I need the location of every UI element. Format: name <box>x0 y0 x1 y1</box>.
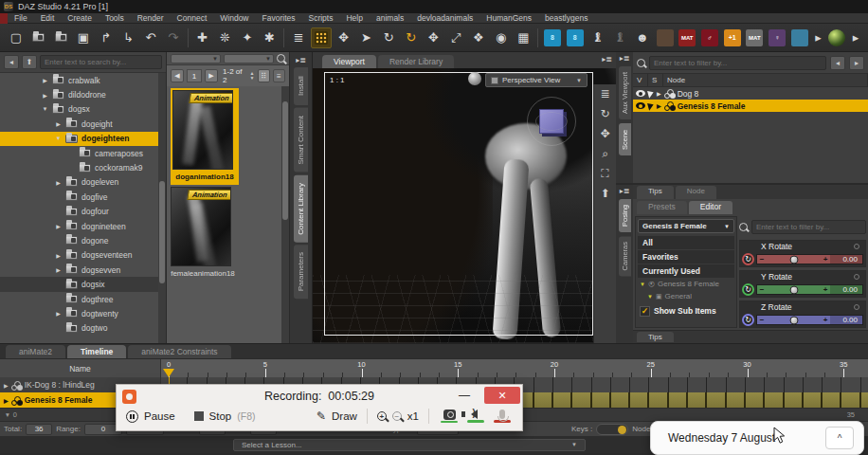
genesis8-blue-icon[interactable]: 8 <box>542 27 563 48</box>
expander-icon[interactable]: ▶ <box>55 179 62 186</box>
rotate-icon[interactable]: ↻ <box>742 283 754 296</box>
slider-value[interactable]: 0.00 <box>830 255 862 264</box>
tab-presets[interactable]: Presets <box>637 201 687 214</box>
new-null-icon[interactable]: ✱ <box>260 27 280 48</box>
mat-copy-red-icon[interactable]: MAT <box>677 27 697 48</box>
expander-icon[interactable]: ▶ <box>42 77 48 83</box>
scene-pane-menu-icon[interactable]: ▸≣ <box>620 54 630 63</box>
stop-icon[interactable] <box>194 411 204 421</box>
figure-dropdown[interactable]: Genesis 8 Female▼ <box>638 219 734 233</box>
plus-one-icon[interactable]: +1 <box>722 27 743 48</box>
page-number[interactable]: 1 <box>187 69 202 82</box>
stop-button[interactable]: Stop <box>209 410 232 422</box>
figure-b-icon[interactable]: 🨅 <box>609 27 630 48</box>
checkbox-checked-icon[interactable]: ✓ <box>640 306 650 317</box>
tree-item-dognineteen[interactable]: ▶dognineteen <box>0 219 158 233</box>
scene-filter-input[interactable] <box>649 56 826 70</box>
save-icon[interactable]: ▣ <box>73 27 94 48</box>
tree-item-cameraposes[interactable]: cameraposes <box>0 146 158 160</box>
back-button[interactable]: ◂ <box>4 55 19 69</box>
render-camera-icon[interactable]: ▦ <box>513 27 533 48</box>
expander-icon[interactable]: ▶ <box>55 120 62 127</box>
side-tab-scene[interactable]: Scene <box>619 123 631 155</box>
filter-dropdown-1[interactable]: ▼ <box>171 54 221 64</box>
expander-icon[interactable]: ▼ <box>640 282 645 287</box>
show-sub-items-row[interactable]: ✓ Show Sub Items <box>636 304 736 318</box>
tab-tips-bottom[interactable]: Tips <box>637 332 674 342</box>
menu-animals[interactable]: animals <box>370 13 410 24</box>
zoom-icon[interactable]: ⌕ <box>602 148 608 159</box>
slider-rail[interactable] <box>767 255 821 264</box>
expander-icon[interactable]: ▶ <box>657 90 661 97</box>
grid-tool-icon[interactable] <box>311 27 332 48</box>
list-view-toggle[interactable]: ≡ <box>273 69 285 82</box>
menu-connect[interactable]: Connect <box>171 13 214 24</box>
up-level-button[interactable]: ⬆ <box>22 55 37 69</box>
tree-item-crabwalk[interactable]: ▶crabwalk <box>0 73 158 87</box>
zoom-out-icon[interactable]: − <box>392 411 402 421</box>
overflow-arrow2-icon[interactable]: ▸ <box>849 27 862 48</box>
draw-button[interactable]: Draw <box>332 410 357 422</box>
undo-icon[interactable]: ↶ <box>140 27 161 48</box>
tree-item-dogtwenty[interactable]: ▶dogtwenty <box>0 306 158 320</box>
new-camera-icon[interactable]: ✚ <box>192 27 213 48</box>
menu-file[interactable]: File <box>8 13 34 24</box>
pane-menu-icon[interactable]: ≣ <box>600 88 609 100</box>
zoom-in-icon[interactable]: + <box>377 411 387 421</box>
menu-render[interactable]: Render <box>131 13 171 24</box>
selectable-cursor-icon[interactable] <box>647 89 655 98</box>
tree-item-dildodrone[interactable]: ▶dildodrone <box>0 87 158 101</box>
grid-view-toggle[interactable]: ⠿ <box>258 69 270 82</box>
expander-icon[interactable]: ▶ <box>55 223 62 229</box>
new-file-icon[interactable]: ▢ <box>6 27 27 48</box>
scene-node-dog-8[interactable]: ▶Dog 8 <box>633 87 868 100</box>
tab-animate2[interactable]: aniMate2 <box>6 345 65 358</box>
decrement-icon[interactable]: − <box>757 316 767 324</box>
menu-favorites[interactable]: Favorites <box>256 13 302 24</box>
tab-editor[interactable]: Editor <box>689 201 732 214</box>
slider-rail[interactable] <box>767 285 821 294</box>
slider-rail[interactable] <box>767 316 821 324</box>
timeline-ruler[interactable]: 05101520253035 <box>161 359 868 377</box>
slider-track[interactable]: −+0.00 <box>756 254 863 264</box>
visibility-eye-icon[interactable] <box>636 102 645 109</box>
pose-tree-genesis-8-female[interactable]: ▼⦿Genesis 8 Female <box>636 278 736 290</box>
visibility-eye-icon[interactable] <box>636 90 645 97</box>
translate-tool-icon[interactable]: ✥ <box>424 27 444 48</box>
tab-tips[interactable]: Tips <box>637 186 674 199</box>
rotate-view-icon[interactable]: ↻ <box>378 27 399 48</box>
tree-item-dogeleven[interactable]: ▶dogeleven <box>0 175 158 190</box>
total-value[interactable]: 36 <box>26 424 52 435</box>
group-favorites[interactable]: Favorites <box>638 250 734 264</box>
new-light-icon[interactable]: ❊ <box>214 27 235 48</box>
dock-tab-smart-content[interactable]: Smart Content <box>294 108 308 173</box>
bust-icon[interactable]: ☻ <box>632 27 653 48</box>
home-icon[interactable]: ⬆ <box>600 188 609 199</box>
expander-icon[interactable]: ▶ <box>4 382 9 389</box>
filter-back-button[interactable]: ◂ <box>830 56 845 70</box>
chevron-up-button[interactable]: ^ <box>825 427 854 449</box>
pause-button[interactable]: Pause <box>144 410 175 422</box>
increment-icon[interactable]: + <box>821 316 830 324</box>
scale-tool-icon[interactable]: ⤢ <box>445 27 466 48</box>
prev-page-button[interactable]: ◀ <box>171 69 184 82</box>
female-icon[interactable]: ♀ <box>767 27 787 48</box>
new-prop-icon[interactable]: ✦ <box>237 27 258 48</box>
dock-tab-parameters[interactable]: Parameters <box>294 245 308 299</box>
filter-forward-button[interactable]: ▸ <box>849 56 864 70</box>
decrement-icon[interactable]: − <box>757 255 767 264</box>
expander-icon[interactable]: ▶ <box>657 102 661 109</box>
avatar-icon[interactable] <box>826 27 847 48</box>
genesis8-blue2-icon[interactable]: 8 <box>565 27 586 48</box>
expander-icon[interactable]: ▼ <box>55 136 62 141</box>
redo-icon[interactable]: ↷ <box>163 27 184 48</box>
draw-icon[interactable]: ✎ <box>316 410 326 423</box>
filter-dropdown-2[interactable]: ▼ <box>224 54 274 64</box>
asset-femaleanimation18[interactable]: Animationfemaleanimation18 <box>171 187 235 280</box>
tree-item-dogthree[interactable]: dogthree <box>0 292 158 306</box>
slider-value[interactable]: 0.00 <box>830 285 862 294</box>
posing-pane-menu-icon[interactable]: ▸≣ <box>620 187 630 195</box>
slider-knob[interactable] <box>789 255 798 264</box>
menu-humangens[interactable]: HumanGens <box>479 13 538 24</box>
mic-toggle[interactable] <box>492 410 513 423</box>
